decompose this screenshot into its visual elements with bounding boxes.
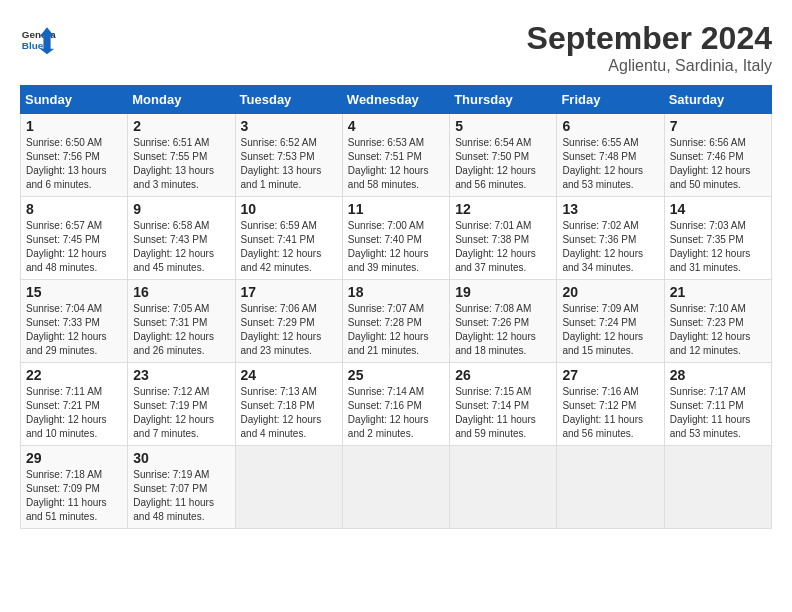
day-number: 15: [26, 284, 122, 300]
calendar-cell: 5Sunrise: 6:54 AMSunset: 7:50 PMDaylight…: [450, 114, 557, 197]
calendar-cell: 27Sunrise: 7:16 AMSunset: 7:12 PMDayligh…: [557, 363, 664, 446]
day-info: Sunrise: 7:07 AMSunset: 7:28 PMDaylight:…: [348, 302, 444, 358]
calendar-cell: 17Sunrise: 7:06 AMSunset: 7:29 PMDayligh…: [235, 280, 342, 363]
col-friday: Friday: [557, 86, 664, 114]
day-info: Sunrise: 6:53 AMSunset: 7:51 PMDaylight:…: [348, 136, 444, 192]
day-info: Sunrise: 7:19 AMSunset: 7:07 PMDaylight:…: [133, 468, 229, 524]
col-monday: Monday: [128, 86, 235, 114]
calendar-cell: 6Sunrise: 6:55 AMSunset: 7:48 PMDaylight…: [557, 114, 664, 197]
calendar-week-1: 1Sunrise: 6:50 AMSunset: 7:56 PMDaylight…: [21, 114, 772, 197]
day-number: 25: [348, 367, 444, 383]
day-number: 22: [26, 367, 122, 383]
calendar-cell: 8Sunrise: 6:57 AMSunset: 7:45 PMDaylight…: [21, 197, 128, 280]
calendar-cell: 4Sunrise: 6:53 AMSunset: 7:51 PMDaylight…: [342, 114, 449, 197]
day-number: 3: [241, 118, 337, 134]
day-info: Sunrise: 7:11 AMSunset: 7:21 PMDaylight:…: [26, 385, 122, 441]
calendar-cell: 23Sunrise: 7:12 AMSunset: 7:19 PMDayligh…: [128, 363, 235, 446]
col-wednesday: Wednesday: [342, 86, 449, 114]
calendar-cell: 19Sunrise: 7:08 AMSunset: 7:26 PMDayligh…: [450, 280, 557, 363]
day-number: 23: [133, 367, 229, 383]
day-number: 1: [26, 118, 122, 134]
day-info: Sunrise: 6:59 AMSunset: 7:41 PMDaylight:…: [241, 219, 337, 275]
calendar-week-2: 8Sunrise: 6:57 AMSunset: 7:45 PMDaylight…: [21, 197, 772, 280]
day-info: Sunrise: 7:01 AMSunset: 7:38 PMDaylight:…: [455, 219, 551, 275]
day-number: 17: [241, 284, 337, 300]
calendar-cell: 2Sunrise: 6:51 AMSunset: 7:55 PMDaylight…: [128, 114, 235, 197]
day-number: 9: [133, 201, 229, 217]
col-tuesday: Tuesday: [235, 86, 342, 114]
calendar-week-4: 22Sunrise: 7:11 AMSunset: 7:21 PMDayligh…: [21, 363, 772, 446]
calendar-cell: 15Sunrise: 7:04 AMSunset: 7:33 PMDayligh…: [21, 280, 128, 363]
calendar-cell: 28Sunrise: 7:17 AMSunset: 7:11 PMDayligh…: [664, 363, 771, 446]
day-number: 5: [455, 118, 551, 134]
calendar-week-5: 29Sunrise: 7:18 AMSunset: 7:09 PMDayligh…: [21, 446, 772, 529]
calendar-cell: 26Sunrise: 7:15 AMSunset: 7:14 PMDayligh…: [450, 363, 557, 446]
day-number: 11: [348, 201, 444, 217]
calendar-cell: [450, 446, 557, 529]
day-info: Sunrise: 6:57 AMSunset: 7:45 PMDaylight:…: [26, 219, 122, 275]
calendar-cell: 13Sunrise: 7:02 AMSunset: 7:36 PMDayligh…: [557, 197, 664, 280]
logo-icon: General Blue: [20, 20, 56, 56]
calendar-cell: 24Sunrise: 7:13 AMSunset: 7:18 PMDayligh…: [235, 363, 342, 446]
day-info: Sunrise: 7:03 AMSunset: 7:35 PMDaylight:…: [670, 219, 766, 275]
day-number: 28: [670, 367, 766, 383]
day-number: 13: [562, 201, 658, 217]
day-info: Sunrise: 7:08 AMSunset: 7:26 PMDaylight:…: [455, 302, 551, 358]
day-number: 12: [455, 201, 551, 217]
day-info: Sunrise: 7:06 AMSunset: 7:29 PMDaylight:…: [241, 302, 337, 358]
calendar-cell: 21Sunrise: 7:10 AMSunset: 7:23 PMDayligh…: [664, 280, 771, 363]
calendar-cell: 1Sunrise: 6:50 AMSunset: 7:56 PMDaylight…: [21, 114, 128, 197]
day-number: 24: [241, 367, 337, 383]
day-info: Sunrise: 7:04 AMSunset: 7:33 PMDaylight:…: [26, 302, 122, 358]
calendar-cell: [664, 446, 771, 529]
day-info: Sunrise: 7:00 AMSunset: 7:40 PMDaylight:…: [348, 219, 444, 275]
day-number: 27: [562, 367, 658, 383]
calendar-cell: [342, 446, 449, 529]
day-number: 7: [670, 118, 766, 134]
logo: General Blue: [20, 20, 56, 56]
day-info: Sunrise: 7:05 AMSunset: 7:31 PMDaylight:…: [133, 302, 229, 358]
day-info: Sunrise: 6:51 AMSunset: 7:55 PMDaylight:…: [133, 136, 229, 192]
calendar-cell: 11Sunrise: 7:00 AMSunset: 7:40 PMDayligh…: [342, 197, 449, 280]
calendar-cell: 3Sunrise: 6:52 AMSunset: 7:53 PMDaylight…: [235, 114, 342, 197]
page-header: General Blue September 2024 Aglientu, Sa…: [20, 20, 772, 75]
day-number: 19: [455, 284, 551, 300]
day-info: Sunrise: 7:14 AMSunset: 7:16 PMDaylight:…: [348, 385, 444, 441]
day-info: Sunrise: 7:18 AMSunset: 7:09 PMDaylight:…: [26, 468, 122, 524]
day-number: 6: [562, 118, 658, 134]
day-number: 21: [670, 284, 766, 300]
location-title: Aglientu, Sardinia, Italy: [527, 57, 772, 75]
day-info: Sunrise: 7:12 AMSunset: 7:19 PMDaylight:…: [133, 385, 229, 441]
day-number: 20: [562, 284, 658, 300]
calendar-cell: 9Sunrise: 6:58 AMSunset: 7:43 PMDaylight…: [128, 197, 235, 280]
day-number: 26: [455, 367, 551, 383]
calendar-cell: 25Sunrise: 7:14 AMSunset: 7:16 PMDayligh…: [342, 363, 449, 446]
calendar-cell: 7Sunrise: 6:56 AMSunset: 7:46 PMDaylight…: [664, 114, 771, 197]
day-info: Sunrise: 7:10 AMSunset: 7:23 PMDaylight:…: [670, 302, 766, 358]
calendar-cell: 30Sunrise: 7:19 AMSunset: 7:07 PMDayligh…: [128, 446, 235, 529]
day-info: Sunrise: 7:16 AMSunset: 7:12 PMDaylight:…: [562, 385, 658, 441]
calendar-cell: 14Sunrise: 7:03 AMSunset: 7:35 PMDayligh…: [664, 197, 771, 280]
month-title: September 2024: [527, 20, 772, 57]
title-section: September 2024 Aglientu, Sardinia, Italy: [527, 20, 772, 75]
day-info: Sunrise: 7:09 AMSunset: 7:24 PMDaylight:…: [562, 302, 658, 358]
day-number: 30: [133, 450, 229, 466]
day-info: Sunrise: 7:13 AMSunset: 7:18 PMDaylight:…: [241, 385, 337, 441]
calendar-cell: [235, 446, 342, 529]
day-number: 4: [348, 118, 444, 134]
day-info: Sunrise: 7:17 AMSunset: 7:11 PMDaylight:…: [670, 385, 766, 441]
day-info: Sunrise: 7:15 AMSunset: 7:14 PMDaylight:…: [455, 385, 551, 441]
calendar-cell: 10Sunrise: 6:59 AMSunset: 7:41 PMDayligh…: [235, 197, 342, 280]
calendar-cell: 16Sunrise: 7:05 AMSunset: 7:31 PMDayligh…: [128, 280, 235, 363]
day-number: 2: [133, 118, 229, 134]
day-number: 14: [670, 201, 766, 217]
day-info: Sunrise: 6:54 AMSunset: 7:50 PMDaylight:…: [455, 136, 551, 192]
calendar-header-row: Sunday Monday Tuesday Wednesday Thursday…: [21, 86, 772, 114]
day-number: 29: [26, 450, 122, 466]
col-thursday: Thursday: [450, 86, 557, 114]
calendar-cell: 12Sunrise: 7:01 AMSunset: 7:38 PMDayligh…: [450, 197, 557, 280]
calendar-cell: [557, 446, 664, 529]
day-number: 18: [348, 284, 444, 300]
calendar-cell: 18Sunrise: 7:07 AMSunset: 7:28 PMDayligh…: [342, 280, 449, 363]
day-info: Sunrise: 6:50 AMSunset: 7:56 PMDaylight:…: [26, 136, 122, 192]
